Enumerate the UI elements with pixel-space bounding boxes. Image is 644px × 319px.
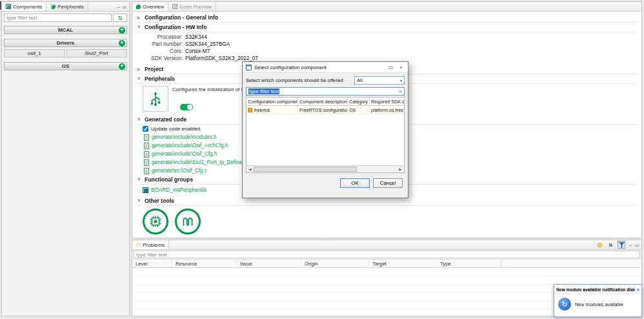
field-processor: Processor: S32K344 xyxy=(144,34,641,41)
components-filter-input[interactable] xyxy=(4,14,112,22)
tab-components-label: Components xyxy=(13,4,42,10)
other-tools-row xyxy=(143,209,641,234)
notification-close-icon[interactable]: × xyxy=(636,287,639,293)
maximize-icon[interactable]: ▭ xyxy=(122,5,126,9)
column-header-required-sdk[interactable]: Required SDK compo xyxy=(370,98,404,105)
table-row-freertos[interactable]: freertos FreeRTOS configuration OS platf… xyxy=(247,106,404,114)
column-header-filler xyxy=(501,260,641,267)
maximize-icon[interactable]: ▭ xyxy=(634,243,639,247)
table-row xyxy=(132,268,641,276)
scrollbar-thumb[interactable] xyxy=(254,167,357,172)
group-drivers[interactable]: Drivers + xyxy=(4,39,127,47)
components-filter-row: ⇅ xyxy=(4,14,127,22)
pins-icon xyxy=(181,214,195,229)
twistie-collapsed-icon[interactable]: > xyxy=(137,15,141,21)
scroll-left-icon[interactable]: ◀ xyxy=(247,167,254,171)
functional-group-link[interactable]: BOARD_InitPeripherals xyxy=(151,187,206,193)
generated-file-link[interactable]: generate\include\Osif_ArchCfg.h xyxy=(152,143,228,149)
dialog-close-icon[interactable]: × xyxy=(397,65,405,70)
component-description: FreeRTOS configuration xyxy=(298,106,348,114)
section-title-other-tools: Other tools xyxy=(145,198,174,204)
component-item-siul2-port[interactable]: Siul2_Port xyxy=(66,49,128,57)
components-offered-value: All xyxy=(357,77,363,83)
column-header-component-description[interactable]: Component description xyxy=(298,98,348,105)
group-os[interactable]: OS + xyxy=(4,62,127,70)
clear-filter-icon[interactable]: × xyxy=(399,88,402,94)
usb-icon xyxy=(147,90,164,107)
add-os-button[interactable]: + xyxy=(119,63,125,70)
problems-table-header: Level Resource Issue Origin Target Type xyxy=(132,260,641,268)
scroll-right-icon[interactable]: ▶ xyxy=(397,167,404,171)
minimize-icon[interactable]: – xyxy=(629,243,631,247)
twistie-expanded-icon[interactable]: > xyxy=(136,25,142,30)
tab-code-preview[interactable]: Code Preview xyxy=(168,2,216,11)
twistie-collapsed-icon[interactable]: > xyxy=(137,67,141,72)
component-item-osif[interactable]: osif_1 xyxy=(4,49,65,57)
usb-peripheral-button[interactable] xyxy=(143,86,168,112)
column-header-target[interactable]: Target xyxy=(369,260,437,267)
chip-icon xyxy=(148,214,163,229)
components-panel: Components Peripherals – ▭ ⇅ MCAL + Driv… xyxy=(1,1,130,316)
components-offered-select[interactable]: All ▾ xyxy=(354,76,405,85)
group-mcal[interactable]: MCAL + xyxy=(4,26,127,34)
components-offered-row: Select which components should be offere… xyxy=(243,73,408,86)
component-table: Configuration component Component descri… xyxy=(246,97,405,173)
generated-file-link[interactable]: generate\include\Osif_Cfg.h xyxy=(152,151,217,157)
file-icon xyxy=(144,168,149,174)
filter-icon[interactable] xyxy=(618,241,625,249)
generated-file-link[interactable]: generate\include\Siul2_Port_Ip_Defines.h xyxy=(152,160,249,165)
file-icon xyxy=(144,160,149,166)
twistie-expanded-icon[interactable]: > xyxy=(136,118,142,122)
peripheral-enable-toggle[interactable] xyxy=(180,104,193,110)
column-header-issue[interactable]: Issue xyxy=(237,260,301,267)
twistie-expanded-icon[interactable]: > xyxy=(136,178,142,182)
tab-components[interactable]: Components xyxy=(2,2,46,11)
ok-button[interactable]: OK xyxy=(340,178,370,188)
column-header-origin[interactable]: Origin xyxy=(301,260,369,267)
b-badge-icon[interactable]: B xyxy=(607,241,614,249)
components-tabbar: Components Peripherals – ▭ xyxy=(2,2,129,12)
components-offered-label: Select which components should be offere… xyxy=(246,77,343,83)
board-icon xyxy=(143,187,148,193)
generated-file-link[interactable]: generate\include\modules.h xyxy=(152,134,217,140)
tab-problems[interactable]: ⚠ Problems xyxy=(132,240,169,249)
table-empty-area xyxy=(247,114,404,165)
add-mcal-button[interactable]: + xyxy=(119,27,125,34)
tab-overview[interactable]: Overview xyxy=(132,2,168,11)
tab-peripherals-label: Peripherals xyxy=(57,4,83,10)
dialog-filter-input[interactable]: type filter text × xyxy=(246,87,405,96)
section-title-functional-groups: Functional groups xyxy=(145,176,193,183)
section-header-general-info[interactable]: > Configuration - General Info xyxy=(135,13,638,23)
twistie-expanded-icon[interactable]: > xyxy=(136,77,142,81)
add-driver-button[interactable]: + xyxy=(119,40,125,46)
new-module-notification: New module available notification dialog… xyxy=(554,284,642,317)
chip-tool-button[interactable] xyxy=(143,209,168,234)
notification-title: New module available notification dialog xyxy=(556,287,635,292)
driver-items-row: osif_1 Siul2_Port xyxy=(4,49,127,57)
cancel-button[interactable]: Cancel xyxy=(373,178,403,188)
pins-tool-button[interactable] xyxy=(175,209,201,234)
dialog-title: Select configuration component xyxy=(254,65,384,70)
column-header-type[interactable]: Type xyxy=(437,260,501,267)
generated-file-link[interactable]: generate\src\Osif_Cfg.c xyxy=(152,168,207,174)
column-header-category[interactable]: Category xyxy=(348,98,370,105)
update-code-checkbox[interactable] xyxy=(143,126,148,132)
minimize-icon[interactable]: – xyxy=(117,5,119,9)
column-header-level[interactable]: Level xyxy=(132,260,172,267)
group-mcal-label: MCAL xyxy=(5,27,126,33)
twistie-expanded-icon[interactable]: > xyxy=(136,199,142,203)
horizontal-scrollbar[interactable]: ◀ ▶ xyxy=(247,165,404,172)
notification-message: New modules available xyxy=(575,302,623,307)
sort-button[interactable]: ⇅ xyxy=(113,14,127,22)
section-header-hw-info[interactable]: > Configuration - HW Info xyxy=(135,23,638,32)
problems-filter-input[interactable] xyxy=(134,251,640,258)
tab-overview-label: Overview xyxy=(143,4,164,10)
column-header-configuration-component[interactable]: Configuration component xyxy=(247,98,298,105)
dialog-maximize-icon[interactable]: ▭ xyxy=(387,65,396,70)
column-header-resource[interactable]: Resource xyxy=(172,260,237,267)
warning-icon: ⚠ xyxy=(136,242,141,247)
lightbulb-icon[interactable] xyxy=(596,241,603,249)
tab-peripherals[interactable]: Peripherals xyxy=(46,2,88,11)
dialog-titlebar[interactable]: Select configuration component ▭ × xyxy=(243,62,408,73)
code-preview-icon xyxy=(172,4,177,9)
